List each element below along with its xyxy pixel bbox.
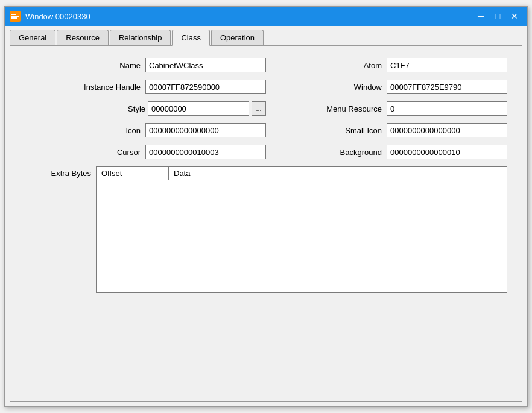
minimize-button[interactable]: ─ [473,10,489,23]
instance-handle-field-group: Instance Handle [25,80,266,94]
fields-container: Name Instance Handle Style ... Icon [25,58,507,159]
main-window: Window 00020330 ─ □ ✕ General Resource R… [4,6,528,407]
window-controls: ─ □ ✕ [473,10,522,23]
title-bar: Window 00020330 ─ □ ✕ [5,7,527,26]
style-field-group: Style ... [25,101,266,116]
menu-resource-label: Menu Resource [321,104,382,113]
cursor-label: Cursor [74,148,141,157]
tab-class[interactable]: Class [172,30,210,46]
content-area: Name Instance Handle Style ... Icon [10,45,522,402]
instance-handle-input[interactable] [145,80,266,94]
left-column: Name Instance Handle Style ... Icon [25,58,266,159]
col-header-offset: Offset [97,167,169,180]
tab-relationship[interactable]: Relationship [110,30,171,45]
extra-bytes-label: Extra Bytes [25,166,91,178]
background-input[interactable] [387,145,507,159]
svg-rect-1 [11,16,19,17]
tab-operation[interactable]: Operation [211,30,264,45]
right-column: Atom Window Menu Resource Small Icon [266,58,507,159]
svg-rect-2 [11,14,16,15]
window-label: Window [321,83,382,92]
small-icon-label: Small Icon [321,126,382,135]
style-label: Style [79,104,145,113]
small-icon-field-group: Small Icon [266,123,507,137]
background-field-group: Background [266,145,507,159]
app-icon [10,11,21,22]
window-field-group: Window [266,80,507,94]
atom-field-group: Atom [266,58,507,72]
icon-field-group: Icon [25,123,266,137]
col-header-data: Data [169,167,271,180]
browse-button[interactable]: ... [252,101,266,116]
tab-resource[interactable]: Resource [57,30,109,45]
svg-rect-3 [11,17,17,19]
extra-bytes-section: Extra Bytes Offset Data [25,166,507,389]
name-field-group: Name [25,58,266,72]
col-header-extra [271,167,507,180]
extra-bytes-table: Offset Data [96,166,507,293]
small-icon-input[interactable] [387,123,507,137]
atom-label: Atom [321,61,382,70]
tab-general[interactable]: General [10,30,55,45]
icon-label: Icon [74,126,141,135]
name-label: Name [74,61,141,70]
close-button[interactable]: ✕ [507,10,522,23]
cursor-input[interactable] [145,145,266,159]
icon-input[interactable] [145,123,266,137]
table-body [97,180,507,292]
window-title: Window 00020330 [25,12,473,21]
table-header: Offset Data [97,167,507,180]
style-input[interactable] [148,101,249,116]
name-input[interactable] [145,58,266,72]
menu-resource-field-group: Menu Resource [266,101,507,116]
tab-bar: General Resource Relationship Class Oper… [5,26,527,45]
window-input[interactable] [387,80,507,94]
background-label: Background [321,148,382,157]
menu-resource-input[interactable] [387,101,507,116]
instance-handle-label: Instance Handle [74,83,141,92]
maximize-button[interactable]: □ [490,10,505,23]
atom-input[interactable] [387,58,507,72]
cursor-field-group: Cursor [25,145,266,159]
